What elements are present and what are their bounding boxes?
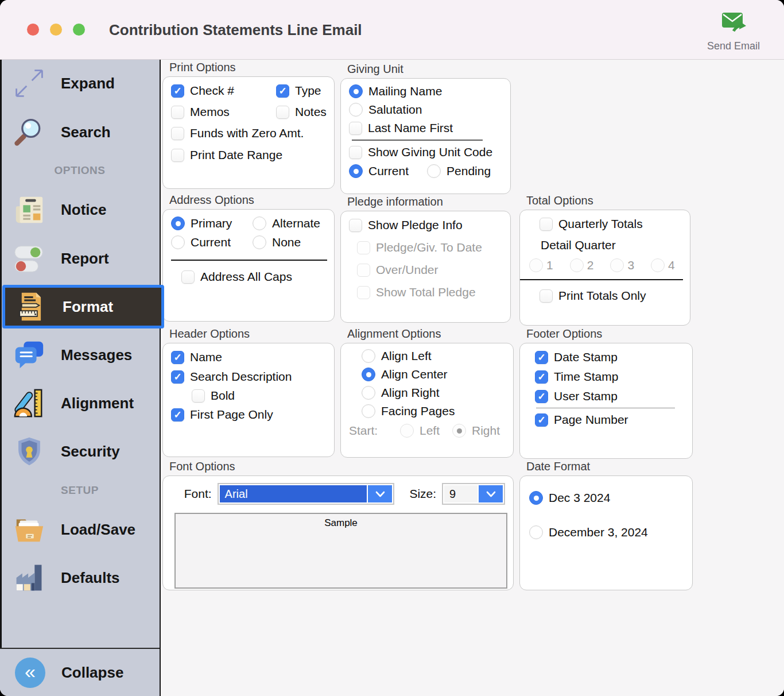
checkbox-print-totals-only[interactable]: ✓ Print Totals Only [540,289,682,303]
checkbox: ✓ [276,84,289,98]
checkbox: ✓ [540,289,553,303]
sidebar-item-notice[interactable]: Notice [0,191,160,228]
start-label: Start: [349,424,400,438]
checkbox: ✓ [357,241,370,254]
checkbox-print-date-range[interactable]: ✓ Print Date Range [171,148,326,162]
checkbox-quarterly-totals[interactable]: ✓ Quarterly Totals [540,217,682,231]
radio-current-address[interactable]: Current [171,235,253,249]
checkbox: ✓ [171,351,184,364]
titlebar: Contribution Statements Line Email Send … [0,0,784,60]
detail-quarter-label: Detail Quarter [541,238,682,252]
collapse-button[interactable]: « Collapse [0,658,123,688]
checkbox: ✓ [535,370,548,384]
checkbox: ✓ [171,370,184,384]
alignment-icon [13,386,46,420]
checkbox-notes[interactable]: ✓ Notes [276,105,327,119]
checkbox: ✓ [535,351,548,364]
sidebar-item-messages[interactable]: Messages [0,337,160,373]
messages-icon [13,338,46,372]
sidebar-item-label: Notice [61,201,106,219]
chevron-down-icon[interactable] [479,485,503,502]
checkbox-bold[interactable]: ✓ Bold [192,389,326,403]
radio [529,491,543,505]
radio [610,258,624,272]
sidebar-item-loadsave[interactable]: Load/Save [0,511,160,548]
checkbox-funds-zero[interactable]: ✓ Funds with Zero Amt. [171,126,326,140]
checkbox-address-all-caps[interactable]: ✓ Address All Caps [181,270,326,284]
sidebar-item-defaults[interactable]: Defaults [0,559,160,596]
address-options-panel: Address Options Primary Alternate Curren… [162,194,335,322]
radio [529,258,543,272]
checkbox-show-giving-unit-code[interactable]: ✓ Show Giving Unit Code [349,145,502,159]
radio-align-center[interactable]: Align Center [362,368,505,381]
sidebar-item-search[interactable]: Search [0,114,160,150]
checkbox-show-pledge-info[interactable]: ✓ Show Pledge Info [349,218,502,232]
radio [253,235,266,249]
checkbox-date-stamp[interactable]: ✓ Date Stamp [535,350,684,364]
font-select[interactable]: Arial [218,483,395,505]
radio-quarter-3: 3 [610,258,634,272]
checkbox-check-number[interactable]: ✓ Check # [171,84,276,98]
sidebar: Expand Search OPTIONS [0,60,160,696]
sidebar-item-format[interactable]: Format [2,285,164,328]
radio-align-right[interactable]: Align Right [362,386,505,400]
sidebar-item-security[interactable]: Security [0,433,160,470]
checkbox-time-stamp[interactable]: ✓ Time Stamp [535,370,684,384]
zoom-button[interactable] [73,24,85,36]
app-window: Contribution Statements Line Email Send … [0,0,784,696]
font-label: Font: [171,487,212,501]
checkbox-pledge-giv-to-date: ✓ Pledge/Giv. To Date [357,241,502,254]
font-select-value: Arial [220,485,367,502]
minimize-button[interactable] [50,24,62,36]
checkbox-name[interactable]: ✓ Name [171,350,326,364]
sidebar-item-label: Search [61,123,111,141]
panel-title: Print Options [169,61,335,74]
checkbox-first-page-only[interactable]: ✓ First Page Only [171,408,326,422]
checkbox-search-description[interactable]: ✓ Search Description [171,370,326,384]
sidebar-item-label: Load/Save [61,521,135,539]
radio-pending-status[interactable]: Pending [427,164,491,178]
checkbox: ✓ [181,270,195,284]
checkbox-memos[interactable]: ✓ Memos [171,105,276,119]
font-sample-preview: Sample [174,513,507,589]
radio-salutation[interactable]: Salutation [349,103,502,117]
checkbox: ✓ [171,127,184,140]
close-button[interactable] [27,24,39,36]
alignment-options-panel: Alignment Options Align Left Align Cente… [340,327,514,458]
size-label: Size: [409,487,436,501]
checkbox: ✓ [171,84,184,98]
checkbox-page-number[interactable]: ✓ Page Number [535,413,684,427]
radio-mailing-name[interactable]: Mailing Name [349,84,502,98]
sidebar-item-report[interactable]: Report [0,240,160,277]
sidebar-footer: « Collapse [0,648,160,696]
radio-align-left[interactable]: Align Left [362,349,505,363]
chevron-down-icon[interactable] [368,485,392,502]
panel-title: Giving Unit [347,63,511,76]
send-email-label: Send Email [707,40,760,52]
traffic-lights [27,24,85,36]
notice-icon [13,193,46,226]
send-email-button[interactable]: Send Email [700,11,767,52]
radio-primary-address[interactable]: Primary [171,216,253,230]
radio-facing-pages[interactable]: Facing Pages [362,404,505,418]
radio-none-address[interactable]: None [253,235,326,249]
radio [651,258,665,272]
radio [529,525,543,539]
checkbox-last-name-first[interactable]: ✓ Last Name First [349,121,502,135]
radio-date-short[interactable]: Dec 3 2024 [529,491,683,505]
checkbox-type[interactable]: ✓ Type [276,84,327,98]
sample-label: Sample [324,517,358,528]
panel-title: Footer Options [526,327,693,341]
sidebar-item-expand[interactable]: Expand [0,65,160,102]
radio-current-status[interactable]: Current [349,164,409,178]
radio-alternate-address[interactable]: Alternate [253,216,326,230]
sidebar-item-alignment[interactable]: Alignment [0,385,160,422]
radio [171,216,185,230]
panel-title: Header Options [169,327,335,341]
radio-date-long[interactable]: December 3, 2024 [529,525,683,539]
checkbox-over-under: ✓ Over/Under [357,263,502,277]
address-options-box: Primary Alternate Current None [162,209,335,322]
checkbox-user-stamp[interactable]: ✓ User Stamp [535,389,684,403]
size-select[interactable]: 9 [442,483,505,505]
panel-title: Font Options [169,460,514,473]
